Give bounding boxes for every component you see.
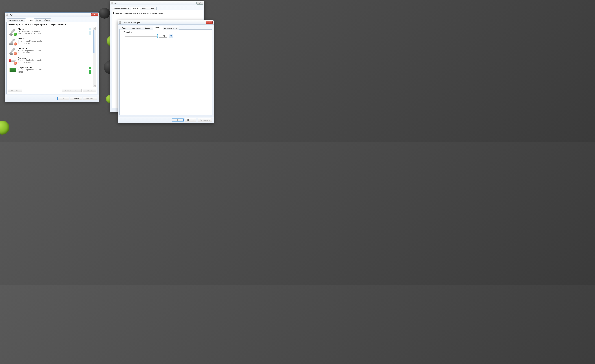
device-description: Realtek High Definition Audio [18,49,42,52]
sound-icon [6,14,8,16]
scroll-down-button[interactable]: ▼ [93,85,96,87]
scrollbar[interactable]: ▲ ▼ [93,27,96,87]
wallpaper-blob [99,8,110,19]
cancel-button[interactable]: Отмена [185,118,197,122]
sound-dialog: Звук Воспроизведение Запись Звуки Связь … [5,12,99,102]
device-name: FrontMic [18,38,42,40]
device-description: Realtek High Definition Audio [18,59,42,61]
ok-button[interactable]: ОК [172,118,184,122]
device-list-item[interactable]: Стерео микшерRealtek High Definition Aud… [8,66,93,75]
tab-advanced[interactable]: Дополнительно [163,26,179,29]
device-text: Стерео микшерRealtek High Definition Aud… [18,67,42,73]
default-badge-icon: ✓ [14,33,17,36]
device-name: Микрофон [18,47,42,49]
tab-recording[interactable]: Запись [131,7,140,10]
tab-sounds[interactable]: Звуки [35,18,43,22]
set-default-button[interactable]: По умолчанию ▼ [62,89,82,92]
sound-icon [111,2,113,5]
speaker-icon [170,35,172,37]
scroll-thumb[interactable] [93,30,95,53]
ok-button[interactable]: ОК [57,97,69,100]
microphone-level-group: Микрофон [121,32,210,40]
titlebar[interactable]: Звук [5,13,99,17]
device-list-item[interactable]: ✓МикрофонMicrosoft LifeCam VX-5000.Устро… [8,27,93,37]
device-list-item[interactable]: ↓Лин. входRealtek High Definition AudioН… [8,56,93,66]
slider-thumb[interactable] [156,34,158,38]
tab-levels[interactable]: Уровни [153,26,163,29]
device-list: ✓МикрофонMicrosoft LifeCam VX-5000.Устро… [8,27,96,87]
tab-custom[interactable]: Особые [143,26,153,29]
window-title: Звук [9,14,13,16]
tab-communications[interactable]: Связь [43,18,51,22]
card-device-icon [9,67,17,74]
tab-communications[interactable]: Связь [148,7,156,10]
dialog-footer: ОК Отмена Применить [118,117,213,123]
device-text: Лин. входRealtek High Definition AudioНе… [18,57,42,63]
tab-strip: Воспроизведение Запись Звуки Связь [6,18,97,22]
mic-properties-dialog: Свойства: Микрофон Общие Прослушать Особ… [118,20,214,124]
tab-recording[interactable]: Запись [25,18,35,22]
device-name: Стерео микшер [18,67,42,69]
level-meter [89,28,91,35]
properties-button[interactable]: Свойства [83,89,96,92]
unplugged-badge-icon: ↓ [14,62,17,65]
scroll-up-button[interactable]: ▲ [93,27,96,30]
mute-button[interactable] [169,34,173,38]
unplugged-badge-icon: ↓ [14,42,17,46]
device-text: FrontMicRealtek High Definition AudioНе … [18,38,42,44]
tab-playback[interactable]: Воспроизведение [112,7,131,10]
microphone-level-slider[interactable] [125,34,157,38]
tab-panel-recording: Выберите устройство записи, параметры ко… [6,22,97,94]
close-button[interactable] [206,21,212,24]
close-button[interactable] [197,2,203,5]
instructions-text: Выберите устройство записи, параметры ко… [113,12,201,14]
set-default-label: По умолчанию [62,89,78,92]
wallpaper-blob [0,121,9,135]
apply-button[interactable]: Применить [83,97,97,100]
tab-playback[interactable]: Воспроизведение [7,18,25,22]
tab-listen[interactable]: Прослушать [129,26,143,29]
microphone-icon [119,21,121,24]
device-description: Microsoft LifeCam VX-5000. [18,30,41,33]
window-title: Звук [114,2,118,4]
device-description: Realtek High Definition Audio [18,40,42,42]
configure-button[interactable]: Настроить [8,89,22,92]
cancel-button[interactable]: Отмена [70,97,82,100]
device-list-scroll: ✓МикрофонMicrosoft LifeCam VX-5000.Устро… [8,27,93,87]
mic-device-icon: ↓ [9,47,17,55]
device-description: Realtek High Definition Audio [18,69,42,71]
close-button[interactable] [91,13,98,16]
device-status: Не подключено [18,42,42,44]
device-name: Лин. вход [18,57,42,59]
window-title: Свойства: Микрофон [122,21,141,23]
mic-device-icon: ✓ [9,28,17,36]
microphone-level-value[interactable] [159,34,167,38]
level-meter [89,67,91,74]
dropdown-arrow-icon[interactable]: ▼ [78,89,81,92]
scroll-track[interactable] [93,30,96,85]
tab-general[interactable]: Общие [120,26,129,29]
device-status: Устройство по умолчанию [18,33,41,35]
device-name: Микрофон [18,28,41,30]
instructions-text: Выберите устройство записи, параметры ко… [8,23,96,26]
device-text: МикрофонMicrosoft LifeCam VX-5000.Устрой… [18,28,41,35]
tab-sounds[interactable]: Звуки [140,7,148,10]
device-list-item[interactable]: ↓МикрофонRealtek High Definition AudioНе… [8,46,93,56]
linein-device-icon: ↓ [9,57,17,64]
device-status: Не подключено [18,52,42,54]
group-label: Микрофон [123,31,133,33]
tab-panel-levels: Микрофон [119,29,212,115]
titlebar[interactable]: Звук [110,1,204,5]
mic-device-icon: ↓ [9,38,17,45]
tab-strip: Воспроизведение Запись Звуки Связь [112,7,203,10]
unplugged-badge-icon: ↓ [14,52,17,55]
apply-button[interactable]: Применить [198,118,212,122]
dialog-footer: ОК Отмена Применить [5,95,99,102]
device-text: МикрофонRealtek High Definition AudioНе … [18,47,42,54]
device-list-item[interactable]: ↓FrontMicRealtek High Definition AudioНе… [8,37,93,46]
device-status: Не подключено [18,61,42,63]
tab-strip: Общие Прослушать Особые Уровни Дополните… [119,26,212,29]
titlebar[interactable]: Свойства: Микрофон [118,20,213,25]
device-status: Готов [18,71,42,73]
